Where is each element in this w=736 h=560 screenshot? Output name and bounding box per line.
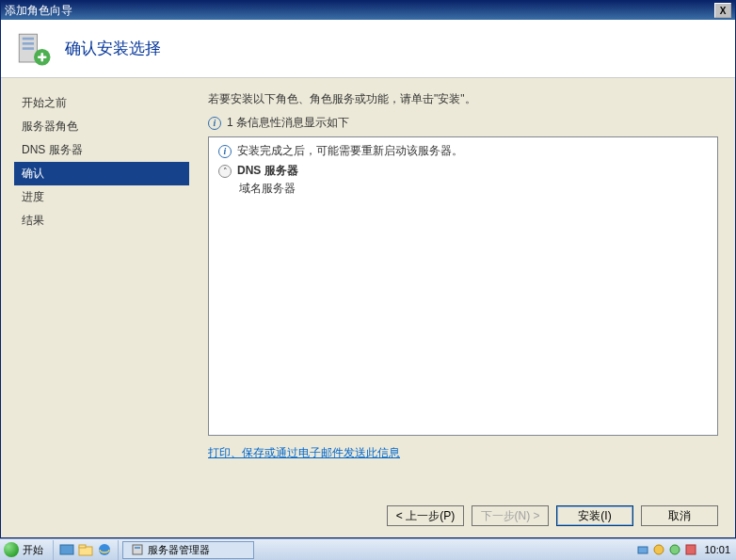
svg-rect-2	[23, 42, 34, 45]
svg-rect-11	[638, 547, 648, 553]
sidebar: 开始之前 服务器角色 DNS 服务器 确认 进度 结果	[1, 78, 189, 494]
svg-point-12	[654, 545, 664, 554]
svg-point-13	[670, 545, 680, 554]
wizard-window: 添加角色向导 X 确认安装选择 开始之前 服务器角色 DNS 服务器 确认 进度…	[0, 0, 736, 538]
tray-icon-4[interactable]	[684, 543, 697, 556]
info-icon: i	[208, 117, 221, 130]
taskbar: 开始 服务器管理器 10:01	[0, 538, 736, 560]
link-row: 打印、保存或通过电子邮件发送此信息	[208, 445, 718, 461]
wizard-body: 开始之前 服务器角色 DNS 服务器 确认 进度 结果 若要安装以下角色、角色服…	[1, 78, 735, 494]
svg-rect-5	[60, 545, 73, 554]
close-icon: X	[720, 6, 727, 16]
previous-button[interactable]: < 上一步(P)	[387, 505, 464, 526]
show-desktop-icon[interactable]	[59, 542, 74, 557]
svg-rect-7	[79, 545, 86, 548]
page-title: 确认安装选择	[65, 38, 161, 59]
ie-icon[interactable]	[97, 542, 112, 557]
role-row: ˄ DNS 服务器	[218, 163, 708, 179]
next-button: 下一步(N) >	[472, 505, 549, 526]
cancel-button[interactable]: 取消	[641, 505, 718, 526]
confirmation-panel: i 安装完成之后，可能需要重新启动该服务器。 ˄ DNS 服务器 域名服务器	[208, 136, 718, 436]
svg-rect-3	[23, 47, 34, 50]
start-orb-icon	[4, 542, 19, 557]
sidebar-item-confirm[interactable]: 确认	[14, 162, 189, 185]
tray-icon-1[interactable]	[636, 543, 649, 556]
window-title: 添加角色向导	[5, 3, 714, 19]
svg-rect-9	[133, 545, 142, 554]
system-tray: 10:01	[634, 543, 736, 556]
wizard-icon	[14, 29, 54, 69]
server-manager-icon	[131, 543, 144, 556]
taskbar-item-label: 服务器管理器	[148, 543, 210, 557]
svg-rect-1	[23, 37, 34, 40]
chevron-up-icon[interactable]: ˄	[218, 165, 232, 178]
panel-message: 安装完成之后，可能需要重新启动该服务器。	[237, 143, 463, 159]
sidebar-item-results[interactable]: 结果	[14, 209, 189, 232]
svg-rect-10	[135, 547, 140, 549]
role-title: DNS 服务器	[237, 163, 298, 179]
role-description: 域名服务器	[218, 181, 708, 197]
quick-launch	[54, 540, 119, 560]
panel-message-row: i 安装完成之后，可能需要重新启动该服务器。	[218, 143, 708, 159]
info-icon: i	[218, 145, 232, 158]
info-summary: i 1 条信息性消息显示如下	[208, 115, 718, 131]
header: 确认安装选择	[1, 20, 735, 78]
info-count-text: 1 条信息性消息显示如下	[227, 115, 349, 131]
sidebar-item-before-begin[interactable]: 开始之前	[14, 91, 189, 115]
tray-icon-2[interactable]	[652, 543, 665, 556]
sidebar-item-server-roles[interactable]: 服务器角色	[14, 115, 189, 138]
intro-text: 若要安装以下角色、角色服务或功能，请单击"安装"。	[208, 91, 718, 107]
svg-point-8	[99, 544, 110, 555]
tray-icon-3[interactable]	[668, 543, 681, 556]
print-save-email-link[interactable]: 打印、保存或通过电子邮件发送此信息	[208, 446, 400, 459]
clock[interactable]: 10:01	[700, 544, 734, 555]
start-label: 开始	[23, 543, 43, 557]
install-button[interactable]: 安装(I)	[556, 505, 633, 526]
sidebar-item-dns-server[interactable]: DNS 服务器	[14, 138, 189, 162]
content-area: 若要安装以下角色、角色服务或功能，请单击"安装"。 i 1 条信息性消息显示如下…	[189, 78, 735, 494]
svg-rect-14	[686, 545, 696, 554]
titlebar[interactable]: 添加角色向导 X	[1, 1, 735, 20]
button-bar: < 上一步(P) 下一步(N) > 安装(I) 取消	[1, 494, 735, 537]
start-button[interactable]: 开始	[0, 540, 54, 560]
taskbar-item-server-manager[interactable]: 服务器管理器	[122, 541, 254, 559]
sidebar-item-progress[interactable]: 进度	[14, 185, 189, 209]
explorer-icon[interactable]	[78, 542, 93, 557]
close-button[interactable]: X	[714, 3, 731, 18]
